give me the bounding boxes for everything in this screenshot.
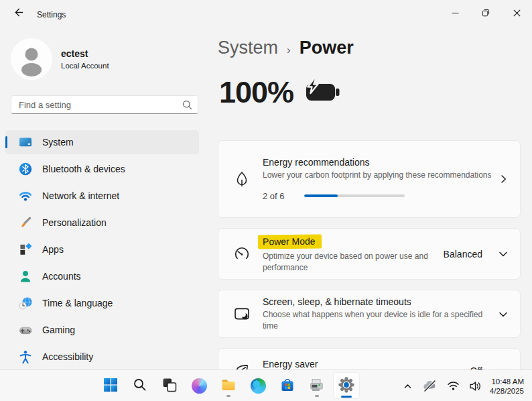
breadcrumb: System › Power: [218, 38, 354, 58]
network-icon: [19, 189, 32, 203]
wifi-icon[interactable]: [442, 373, 464, 400]
window-title: Settings: [37, 10, 66, 19]
sidebar-item-label: Time & language: [42, 298, 113, 308]
leaf-icon: [228, 170, 256, 188]
sidebar-item-time-language[interactable]: Time & language: [5, 291, 199, 315]
onedrive-offline-icon[interactable]: [417, 373, 442, 400]
highlight-annotation: Power Mode: [258, 235, 322, 249]
file-explorer-button[interactable]: [215, 372, 242, 399]
personalization-icon: [19, 216, 32, 229]
progress-bar: [304, 194, 405, 197]
microsoft-store-button[interactable]: [274, 372, 301, 399]
chevron-down-icon[interactable]: [498, 249, 508, 258]
printer-icon: [308, 376, 326, 396]
user-name: ectest: [61, 48, 109, 59]
clock[interactable]: 10:48 AM 4/28/2025: [487, 377, 529, 396]
minimize-button[interactable]: [440, 0, 470, 25]
tray-date: 4/28/2025: [490, 386, 524, 396]
settings-cards: Energy recommendations Lower your carbon…: [218, 140, 521, 401]
tray-chevron-up-icon[interactable]: [398, 373, 417, 400]
breadcrumb-parent[interactable]: System: [218, 38, 278, 58]
taskbar-search-button[interactable]: [127, 372, 153, 399]
card-description: Optimize your device based on power use …: [263, 251, 431, 273]
task-view-button[interactable]: [156, 372, 183, 399]
search-icon: [133, 378, 147, 394]
edge-button[interactable]: [245, 372, 271, 399]
battery-charging-icon: [304, 78, 342, 107]
card-description: Lower your carbon footprint by applying …: [263, 170, 492, 181]
tray-time: 10:48 AM: [490, 377, 524, 386]
gaming-icon: [19, 323, 32, 337]
sidebar-item-label: Personalization: [42, 217, 107, 228]
chevron-down-icon[interactable]: [498, 310, 508, 319]
sidebar-item-personalization[interactable]: Personalization: [5, 211, 199, 235]
sidebar-item-accounts[interactable]: Accounts: [5, 264, 199, 288]
search-input[interactable]: [11, 96, 198, 113]
gear-icon: [338, 376, 355, 396]
search-box: [11, 95, 198, 114]
back-arrow-icon: [13, 7, 24, 20]
power-mode-value[interactable]: Balanced: [444, 249, 482, 260]
card-screen-sleep-timeouts[interactable]: Screen, sleep, & hibernate timeouts Choo…: [218, 290, 521, 338]
sidebar-item-label: Apps: [42, 244, 64, 255]
taskbar: 10:48 AM 4/28/2025: [0, 369, 532, 401]
card-title: Power Mode: [263, 235, 437, 249]
close-button[interactable]: [501, 0, 532, 25]
windows-logo-icon: [103, 378, 118, 394]
sidebar-item-label: System: [42, 137, 74, 148]
apps-icon: [19, 243, 32, 256]
sidebar-item-system[interactable]: System: [5, 130, 199, 154]
sidebar-item-label: Accounts: [42, 271, 81, 282]
file-explorer-icon: [220, 377, 237, 395]
system-tray: 10:48 AM 4/28/2025: [398, 370, 529, 401]
search-icon: [182, 100, 192, 113]
start-button[interactable]: [97, 372, 124, 399]
edge-icon: [251, 378, 266, 394]
printer-button[interactable]: [304, 372, 330, 399]
running-indicator: [315, 395, 319, 397]
card-title: Screen, sleep, & hibernate timeouts: [263, 296, 498, 307]
window-controls: [440, 0, 532, 25]
time-language-icon: [19, 296, 32, 310]
user-account-block: ectest Local Account: [11, 38, 109, 80]
sidebar-item-gaming[interactable]: Gaming: [5, 318, 199, 342]
active-app-indicator: [341, 396, 352, 398]
screen-moon-icon: [228, 305, 256, 323]
card-energy-recommendations[interactable]: Energy recommendations Lower your carbon…: [218, 140, 521, 218]
page-title: Power: [300, 38, 354, 58]
display-icon: [19, 135, 32, 149]
progress-label: 2 of 6: [263, 191, 293, 201]
card-title: Energy saver: [263, 359, 464, 369]
volume-icon[interactable]: [464, 373, 487, 400]
back-button[interactable]: [7, 5, 29, 22]
sidebar-item-apps[interactable]: Apps: [5, 237, 199, 262]
card-title: Energy recommendations: [263, 157, 499, 168]
gauge-icon: [228, 245, 256, 263]
restore-button[interactable]: [470, 0, 501, 25]
chevron-right-icon[interactable]: [499, 174, 508, 184]
avatar: [11, 38, 52, 80]
running-indicator: [226, 395, 230, 397]
sidebar-item-label: Accessibility: [42, 351, 93, 362]
battery-status: 100%: [219, 75, 342, 110]
card-power-mode[interactable]: Power Mode Optimize your device based on…: [218, 228, 521, 280]
settings-taskbar-button[interactable]: [333, 372, 360, 399]
sidebar-nav: System Bluetooth & devices Network & int…: [5, 130, 199, 371]
energy-progress-fill: [304, 194, 338, 197]
sidebar-item-accessibility[interactable]: Accessibility: [5, 345, 199, 369]
selection-indicator: [5, 136, 7, 148]
task-view-icon: [162, 378, 177, 394]
card-description: Choose what happens when your device is …: [263, 309, 492, 331]
breadcrumb-separator: ›: [287, 44, 291, 57]
bluetooth-icon: [19, 162, 32, 176]
copilot-button[interactable]: [186, 372, 212, 399]
battery-percent: 100%: [219, 75, 293, 110]
sidebar-item-network-internet[interactable]: Network & internet: [5, 184, 199, 208]
microsoft-store-icon: [279, 377, 295, 395]
sidebar-item-bluetooth-devices[interactable]: Bluetooth & devices: [5, 157, 199, 181]
account-type: Local Account: [61, 62, 109, 70]
titlebar: Settings: [0, 0, 532, 27]
sidebar-item-label: Gaming: [42, 325, 75, 335]
accounts-icon: [19, 270, 32, 283]
copilot-icon: [192, 378, 207, 394]
